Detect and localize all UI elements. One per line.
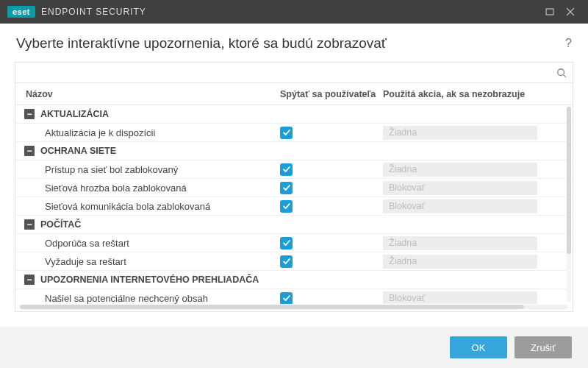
column-name-header: Názov	[15, 89, 280, 99]
action-field[interactable]: Blokovať	[383, 181, 537, 195]
item-label: Sieťová komunikácia bola zablokovaná	[15, 201, 280, 212]
ok-button[interactable]: OK	[450, 336, 507, 358]
collapse-icon: −	[24, 109, 35, 119]
action-field[interactable]: Žiadna	[383, 163, 537, 177]
svg-line-4	[564, 74, 567, 77]
search-row	[15, 63, 573, 83]
ask-user-checkbox[interactable]	[280, 127, 293, 139]
ask-user-checkbox[interactable]	[280, 237, 293, 250]
title-bar: eset ENDPOINT SECURITY	[0, 0, 588, 24]
action-field[interactable]: Žiadna	[383, 126, 537, 140]
vertical-scroll-thumb[interactable]	[567, 107, 571, 254]
group-row[interactable]: −OCHRANA SIETE	[15, 142, 573, 160]
collapse-icon: −	[24, 275, 35, 285]
action-field[interactable]: Žiadna	[383, 255, 537, 269]
item-row: Sieťová komunikácia bola zablokovanáBlok…	[15, 197, 573, 216]
item-label: Aktualizácia je k dispozícii	[15, 127, 280, 138]
ask-user-checkbox[interactable]	[280, 200, 293, 213]
action-field[interactable]: Blokovať	[383, 199, 537, 213]
group-label: UPOZORNENIA INTERNETOVÉHO PREHLIADAČA	[40, 275, 259, 285]
dialog-header: Vyberte interaktívne upozornenia, ktoré …	[0, 24, 588, 62]
ask-user-checkbox[interactable]	[280, 292, 293, 305]
dialog-footer: OK Zrušiť	[0, 327, 588, 368]
close-icon	[566, 7, 575, 16]
svg-point-3	[558, 68, 564, 75]
item-row: Prístup na sieť bol zablokovanýŽiadna	[15, 160, 573, 179]
search-icon	[556, 68, 567, 78]
minimize-button[interactable]	[539, 1, 560, 22]
column-action-header: Použitá akcia, ak sa nezobrazuje	[383, 89, 573, 99]
horizontal-scrollbar[interactable]	[20, 305, 568, 309]
help-icon[interactable]: ?	[565, 37, 572, 50]
close-button[interactable]	[560, 1, 581, 22]
collapse-icon: −	[24, 146, 35, 156]
table-header: Názov Spýtať sa používateľa Použitá akci…	[15, 83, 573, 105]
group-label: AKTUALIZÁCIA	[40, 109, 109, 119]
item-label: Našiel sa potenciálne nechcený obsah	[15, 293, 280, 304]
action-field[interactable]: Blokovať	[383, 291, 537, 305]
ask-user-checkbox[interactable]	[280, 255, 293, 268]
collapse-icon: −	[24, 219, 35, 230]
dialog-title: Vyberte interaktívne upozornenia, ktoré …	[16, 35, 565, 52]
column-ask-header: Spýtať sa používateľa	[280, 89, 383, 99]
vertical-scrollbar[interactable]	[567, 107, 571, 302]
action-field[interactable]: Žiadna	[383, 236, 537, 250]
item-label: Vyžaduje sa reštart	[15, 256, 280, 267]
product-name: ENDPOINT SECURITY	[41, 7, 146, 17]
group-row[interactable]: −POČÍTAČ	[15, 216, 573, 234]
cancel-button[interactable]: Zrušiť	[514, 336, 572, 358]
group-row[interactable]: −AKTUALIZÁCIA	[15, 105, 573, 124]
horizontal-scroll-thumb[interactable]	[20, 305, 524, 309]
ask-user-checkbox[interactable]	[280, 163, 293, 176]
group-row[interactable]: −UPOZORNENIA INTERNETOVÉHO PREHLIADAČA	[15, 271, 573, 289]
item-row: Aktualizácia je k dispozíciiŽiadna	[15, 124, 573, 142]
search-input[interactable]	[15, 63, 551, 82]
group-label: OCHRANA SIETE	[40, 146, 116, 156]
item-row: Našiel sa potenciálne nechcený obsahBlok…	[15, 289, 573, 304]
settings-panel: Názov Spýtať sa používateľa Použitá akci…	[15, 62, 573, 312]
svg-rect-0	[546, 9, 553, 15]
item-row: Odporúča sa reštartŽiadna	[15, 234, 573, 252]
item-label: Sieťová hrozba bola zablokovaná	[15, 183, 280, 194]
item-row: Sieťová hrozba bola zablokovanáBlokovať	[15, 179, 573, 197]
item-row: Vyžaduje sa reštartŽiadna	[15, 252, 573, 271]
search-button[interactable]	[551, 63, 573, 82]
ask-user-checkbox[interactable]	[280, 182, 293, 194]
minimize-icon	[545, 7, 554, 16]
group-label: POČÍTAČ	[40, 219, 81, 230]
item-label: Odporúča sa reštart	[15, 238, 280, 249]
brand-badge: eset	[7, 6, 35, 18]
table-body: −AKTUALIZÁCIAAktualizácia je k dispozíci…	[15, 105, 573, 304]
item-label: Prístup na sieť bol zablokovaný	[15, 164, 280, 175]
